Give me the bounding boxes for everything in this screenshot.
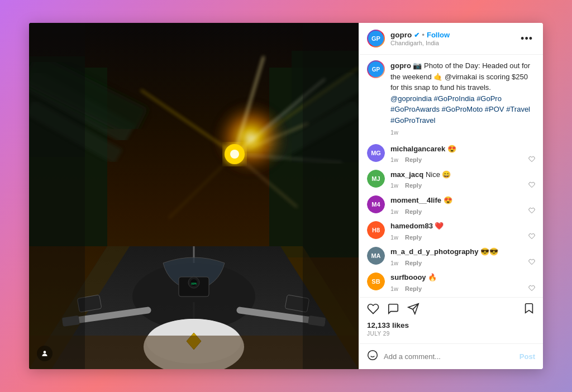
add-comment-bar: Post [359, 343, 543, 369]
comment-text: hamedom83 ❤️ [390, 221, 535, 231]
caption-hashtags: @goproindia #GoProIndia #GoPro #GoProAwa… [390, 94, 530, 125]
comment-username: hamedom83 [390, 222, 433, 230]
share-button[interactable] [407, 303, 420, 317]
header-info: gopro ✔ • Follow Chandigarh, India [390, 31, 513, 46]
comment-text: surfboooy 🔥 [390, 273, 535, 283]
list-item: MAm_a_d_d_y_photography 😎😎1wReply [367, 247, 535, 267]
comment-avatar: MG [367, 144, 385, 162]
photo-user-icon [37, 346, 53, 361]
svg-rect-40 [29, 23, 85, 369]
list-item: H8hamedom83 ❤️1wReply [367, 221, 535, 241]
location-text: Chandigarh, India [390, 40, 513, 46]
separator: • [422, 31, 425, 39]
reply-button[interactable]: Reply [405, 285, 422, 292]
post-comment-button[interactable]: Post [519, 352, 535, 361]
emoji-button[interactable] [367, 350, 378, 364]
comment-avatar: MJ [367, 170, 385, 188]
comment-time: 1w [390, 182, 398, 189]
caption-text: 📷 Photo of the Day: Headed out for the w… [390, 61, 530, 92]
action-icons [367, 302, 535, 318]
svg-point-20 [230, 150, 239, 159]
photo-side: RPM [29, 23, 359, 369]
photo-area: RPM [29, 23, 359, 369]
comment-username: m_a_d_d_y_photography [390, 247, 479, 256]
comment-like-icon[interactable] [528, 207, 535, 216]
comment-username: moment__4life [390, 196, 441, 204]
post-date: July 29 [367, 331, 535, 337]
comment-avatar: M4 [367, 195, 385, 213]
comments-area[interactable]: GP gopro 📷 Photo of the Day: Headed out … [359, 55, 543, 297]
comment-like-icon[interactable] [528, 156, 535, 164]
reply-button[interactable]: Reply [405, 208, 422, 215]
avatar-inner: GP [368, 31, 384, 46]
header-username: gopro ✔ • Follow [390, 31, 513, 39]
list-item: MJmax_jacq Nice 😄1wReply [367, 170, 535, 190]
verified-icon: ✔ [414, 31, 420, 39]
comment-time: 1w [390, 208, 398, 215]
caption-time: 1w [390, 128, 535, 137]
caption-username: gopro [390, 61, 411, 70]
comment-username: surfboooy [390, 273, 426, 281]
comment-avatar: SB [367, 273, 385, 290]
info-panel: GP gopro ✔ • Follow Chandigarh, India ••… [359, 23, 543, 369]
comment-username: michalgancarek [390, 145, 445, 153]
post-container: RPM [29, 23, 543, 369]
caption-avatar: GP [367, 60, 385, 78]
comment-like-icon[interactable] [528, 285, 535, 293]
comments-list: MGmichalgancarek 😍1wReplyMJmax_jacq Nice… [367, 144, 535, 298]
comment-text: max_jacq Nice 😄 [390, 170, 535, 180]
comment-text: m_a_d_d_y_photography 😎😎 [390, 247, 535, 257]
reply-button[interactable]: Reply [405, 182, 422, 189]
follow-button[interactable]: Follow [427, 31, 450, 39]
comment-time: 1w [390, 260, 398, 266]
reply-button[interactable]: Reply [405, 234, 422, 241]
svg-text:RPM: RPM [191, 282, 196, 285]
add-comment-input[interactable] [384, 352, 514, 361]
comment-time: 1w [390, 234, 398, 241]
comment-username: max_jacq [390, 170, 423, 179]
list-item: MGmichalgancarek 😍1wReply [367, 144, 535, 164]
comment-time: 1w [390, 285, 398, 292]
comment-time: 1w [390, 156, 398, 163]
reply-button[interactable]: Reply [405, 260, 422, 266]
svg-point-45 [368, 351, 378, 360]
username-text: gopro [390, 31, 412, 39]
caption-row: GP gopro 📷 Photo of the Day: Headed out … [367, 60, 535, 137]
comment-like-icon[interactable] [528, 181, 535, 190]
svg-point-42 [44, 351, 46, 353]
comment-avatar: MA [367, 247, 385, 265]
list-item: M4moment__4life 😍1wReply [367, 195, 535, 216]
caption-avatar-inner: GP [368, 61, 384, 77]
comment-button[interactable] [387, 303, 399, 317]
comment-like-icon[interactable] [528, 259, 535, 267]
like-button[interactable] [367, 303, 379, 317]
comment-avatar: H8 [367, 221, 385, 239]
caption-content: gopro 📷 Photo of the Day: Headed out for… [390, 60, 535, 137]
list-item: SBsurfboooy 🔥1wReply [367, 273, 535, 293]
avatar: GP [367, 30, 385, 47]
actions-bar: 12,133 likes July 29 [359, 297, 543, 343]
comment-text: moment__4life 😍 [390, 195, 535, 205]
comment-like-icon[interactable] [528, 233, 535, 241]
likes-count: 12,133 likes [367, 321, 535, 329]
reply-button[interactable]: Reply [405, 156, 422, 163]
bookmark-button[interactable] [523, 302, 535, 318]
svg-rect-41 [303, 23, 359, 369]
more-options-button[interactable]: ••• [518, 33, 535, 45]
post-header: GP gopro ✔ • Follow Chandigarh, India ••… [359, 23, 543, 55]
comment-text: michalgancarek 😍 [390, 144, 535, 154]
